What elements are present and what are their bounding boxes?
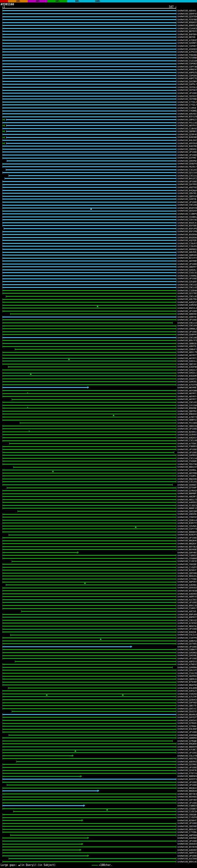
hit-row[interactable]: UniRef100_A7PS33 xyxy=(0,51,197,54)
hit-label[interactable]: UniRef100_A7N010 xyxy=(177,663,197,666)
hit-label[interactable]: UniRef100_A5JYQ0 xyxy=(177,239,197,242)
hit-row[interactable]: UniRef100_Q6BI28 xyxy=(0,342,197,345)
hit-row[interactable]: UniRef100_C6EQB3 xyxy=(0,563,197,566)
hit-row[interactable]: UniRef100_Q6PXV6 xyxy=(0,195,197,198)
hit-label[interactable]: UniRef100_B0XK81 xyxy=(177,796,197,798)
hit-row[interactable]: UniRef100_B4N386 xyxy=(0,136,197,139)
hit-row[interactable]: UniRef100_C1BKP9 xyxy=(0,213,197,216)
hit-label[interactable]: UniRef100_C0PQX8 xyxy=(177,74,197,77)
hit-row[interactable]: UniRef100_C5IM57 xyxy=(0,607,197,610)
hit-row[interactable]: UniRef100_Q22NS2 xyxy=(0,763,197,766)
hit-row[interactable]: UniRef100_Q4D562 xyxy=(0,654,197,657)
hit-label[interactable]: UniRef100_A4DXE8 xyxy=(177,593,197,595)
hit-row[interactable]: UniRef100_C5L1T9 xyxy=(0,754,197,757)
hit-label[interactable]: UniRef100_UP1000... xyxy=(177,319,197,321)
hit-row[interactable]: UniRef100_B5DCX4 xyxy=(0,221,197,224)
hit-row[interactable]: UniRef100_C5KTP9 xyxy=(0,637,197,640)
hit-row[interactable]: UniRef100_UP1000... xyxy=(0,784,197,787)
hit-label[interactable]: UniRef100_Q8I1T9 xyxy=(177,705,197,707)
hit-row[interactable]: UniRef100_Q29F40 xyxy=(0,133,197,136)
hit-label[interactable]: UniRef100_B9PL69 xyxy=(177,613,197,616)
hit-label[interactable]: UniRef100_UP1000... xyxy=(177,201,197,204)
hit-label[interactable]: UniRef100_C4Y194 xyxy=(177,404,197,407)
hit-row[interactable]: UniRef100_C9E1Q5 xyxy=(0,619,197,622)
hit-label[interactable]: UniRef100_B6K247 xyxy=(177,466,197,468)
hit-row[interactable]: UniRef100_B6ARL8 xyxy=(0,713,197,716)
hit-label[interactable]: UniRef100_A6YPH7 xyxy=(177,124,197,127)
hit-label[interactable]: UniRef100_C1BKP9 xyxy=(177,213,197,215)
hit-label[interactable]: UniRef100_A9ZT82 xyxy=(177,186,197,189)
hit-label[interactable]: UniRef100_A6YM93 xyxy=(177,386,197,389)
hit-row[interactable]: UniRef100_A3GFN6 xyxy=(0,366,197,369)
hit-label[interactable]: UniRef100_Q4D562 xyxy=(177,654,197,657)
hit-label[interactable]: UniRef100_C3SLR7 xyxy=(177,242,197,245)
hit-row[interactable]: UniRef100_Q21316 xyxy=(0,171,197,174)
hit-label[interactable]: UniRef100_C6EQB3 xyxy=(177,563,197,566)
hit-label[interactable]: UniRef100_B8N8H6 xyxy=(177,531,197,533)
hit-row[interactable]: UniRef100_B0XK80 xyxy=(0,548,197,551)
hit-label[interactable]: UniRef100_C1GZF6 xyxy=(177,816,197,819)
hit-label[interactable]: UniRef100_Q2XTD6 xyxy=(177,16,197,18)
hit-row[interactable]: UniRef100_B9PL69 xyxy=(0,613,197,616)
hit-row[interactable]: UniRef100_B0XK81 xyxy=(0,795,197,798)
hit-label[interactable]: UniRef100_A9YDU6 xyxy=(177,142,197,145)
hit-row[interactable]: UniRef100_A6YM74 xyxy=(0,395,197,398)
hit-label[interactable]: UniRef100_C0PMC5 xyxy=(177,45,197,48)
hit-label[interactable]: UniRef100_Q03204 xyxy=(177,210,197,212)
hit-label[interactable]: UniRef100_Q6PXV6 xyxy=(177,195,197,198)
hit-label[interactable]: UniRef100_B4N386 xyxy=(177,136,197,138)
hit-label[interactable]: UniRef100_B9X140 xyxy=(177,861,197,863)
hit-label[interactable]: UniRef100_C7YQN4 xyxy=(177,831,197,834)
hit-label[interactable]: UniRef100_Q4F4B3 xyxy=(177,552,197,554)
hit-label[interactable]: UniRef100_C3CLR3 xyxy=(177,169,197,171)
hit-label[interactable]: UniRef100_C9CLR5 xyxy=(177,401,197,404)
hit-row[interactable]: UniRef100_A6RFU0 xyxy=(0,851,197,855)
hit-row[interactable]: UniRef100_B9EG59 xyxy=(0,412,197,416)
hit-label[interactable]: UniRef100_C3SLR5 xyxy=(177,245,197,248)
hit-label[interactable]: UniRef100_B6AFN8 xyxy=(177,684,197,686)
hit-row[interactable]: UniRef100_B5FGB0 xyxy=(0,224,197,227)
hit-row[interactable]: UniRef100_P05736 xyxy=(0,463,197,466)
hit-row[interactable]: UniRef100_C4WIN2 xyxy=(0,274,197,277)
hit-label[interactable]: UniRef100_Q0CK69 xyxy=(177,825,197,828)
hit-label[interactable]: UniRef100_B9ZVL2 xyxy=(177,307,197,309)
hit-label[interactable]: UniRef100_Q8RUE8 xyxy=(177,254,197,256)
hit-label[interactable]: UniRef100_C5X4C6 xyxy=(177,27,197,30)
hit-row[interactable]: UniRef100_B3L699 xyxy=(0,686,197,689)
hit-label[interactable]: UniRef100_C5L1T9 xyxy=(177,755,197,757)
hit-row[interactable]: UniRef100_Q42964 xyxy=(0,80,197,83)
hit-row[interactable]: UniRef100_A7N010 xyxy=(0,663,197,666)
hit-row[interactable]: UniRef100_A7AT82 xyxy=(0,622,197,625)
hit-row[interactable]: UniRef100_C9CLX0 xyxy=(0,295,197,298)
hit-row[interactable]: UniRef100_UP1000... xyxy=(0,751,197,754)
hit-label[interactable]: UniRef100_C04BH2 xyxy=(177,216,197,218)
hit-label[interactable]: UniRef100_B8BNH6 xyxy=(177,775,197,777)
hit-row[interactable]: UniRef100_UP1000... xyxy=(0,448,197,451)
hit-label[interactable]: UniRef100_A4D9A4 xyxy=(177,584,197,586)
hit-label[interactable]: UniRef100_C5DM12 xyxy=(177,475,197,477)
hit-row[interactable]: UniRef100_C3SLR5 xyxy=(0,245,197,248)
hit-row[interactable]: UniRef100_C5L1L4 xyxy=(0,633,197,637)
hit-label[interactable]: UniRef100_Q4D1L2 xyxy=(177,360,197,363)
hit-row[interactable]: UniRef100_B8NF19 xyxy=(0,507,197,510)
hit-row[interactable]: UniRef100_B6RB02 xyxy=(0,248,197,251)
hit-row[interactable]: UniRef100_A5JYQ0 xyxy=(0,239,197,242)
hit-label[interactable]: UniRef100_C5S139 xyxy=(177,672,197,675)
hit-label[interactable]: UniRef100_B6SUH3 xyxy=(177,828,197,831)
hit-label[interactable]: UniRef100_B9SK07 xyxy=(177,21,197,24)
hit-label[interactable]: UniRef100_C8BN75 xyxy=(177,648,197,651)
hit-label[interactable]: UniRef100_B7SH65 xyxy=(177,681,197,683)
hit-row[interactable]: UniRef100_C0PQX8 xyxy=(0,74,197,77)
hit-label[interactable]: UniRef100_Q4DBQ8 xyxy=(177,652,197,654)
hit-label[interactable]: UniRef100_Q3TMC7 xyxy=(177,157,197,159)
hit-row[interactable]: UniRef100_P38993 xyxy=(0,445,197,448)
hit-row[interactable]: UniRef100_UP1000... xyxy=(0,854,197,857)
hit-row[interactable]: UniRef100_A7U8C7 xyxy=(0,748,197,751)
hit-row[interactable]: UniRef100_Q6FPN7 xyxy=(0,410,197,413)
hit-row[interactable]: UniRef100_B9V7F3 xyxy=(0,339,197,342)
hit-row[interactable]: UniRef100_UP1000... xyxy=(0,154,197,157)
hit-row[interactable]: UniRef100_C9CLS2 xyxy=(0,283,197,286)
hit-row[interactable]: +UniRef100_B9W981 xyxy=(0,407,197,410)
hit-row[interactable]: UniRef100_C04BH2 xyxy=(0,215,197,218)
hit-label[interactable]: UniRef100_C5DWK9 xyxy=(177,460,197,463)
